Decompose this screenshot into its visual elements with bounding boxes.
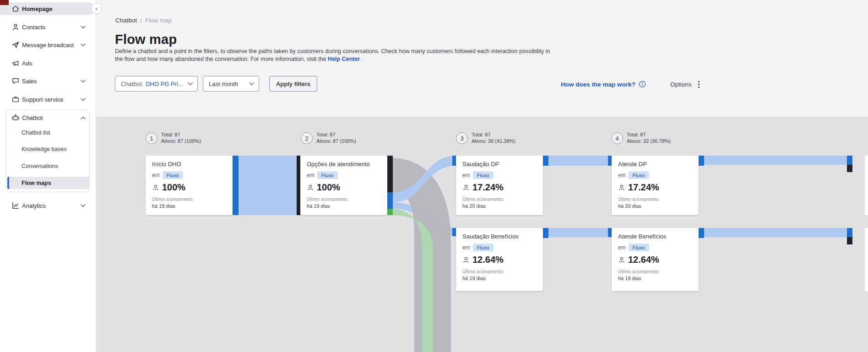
sidebar-collapse-button[interactable]: ‹	[91, 3, 102, 14]
last-trigger-value: há 20 dias	[462, 203, 537, 209]
sidebar-item-label: Message broadcast	[22, 42, 74, 49]
chevron-down-icon	[81, 80, 86, 83]
last-trigger-label: Último acionamento:	[152, 197, 226, 202]
column-number-badge: 4	[611, 132, 623, 144]
sidebar-item-support-service[interactable]: Support service	[0, 93, 93, 105]
last-trigger-value: há 19 dias	[462, 276, 537, 281]
column-actives: Ativos: 32 (36.78%)	[627, 138, 671, 145]
sidebar-subitem-knowledge-bases[interactable]: Knowledge bases	[0, 143, 93, 155]
sidebar-item-contacts[interactable]: Contacts	[0, 21, 93, 33]
sankey-node-bar	[543, 156, 548, 166]
flow-card-opcoes-de-atendimento[interactable]: Opções de atendimento emFluxo 100% Últim…	[300, 156, 387, 215]
person-icon	[307, 184, 314, 191]
period-select[interactable]: Last month	[203, 76, 259, 92]
chevron-down-icon	[81, 43, 86, 47]
flow-percent: 100%	[317, 182, 340, 193]
page-description: Define a chatbot and a point in the filt…	[115, 48, 550, 63]
megaphone-icon	[11, 59, 20, 67]
chevron-down-icon	[81, 98, 86, 101]
sankey-node-bar	[297, 156, 300, 215]
sidebar-item-label: Chatbot	[22, 114, 43, 121]
options-menu[interactable]: Options	[670, 81, 700, 88]
sankey-node-bar	[847, 165, 852, 172]
last-trigger-value: há 19 dias	[618, 276, 692, 281]
support-box-icon	[11, 95, 20, 103]
chatbot-select[interactable]: Chatbot: DHO PG Pri...	[115, 76, 198, 92]
column-total: Total: 87	[316, 132, 356, 138]
sidebar-subitem-chatbot-list[interactable]: Chatbot list	[0, 127, 93, 139]
sankey-node-bar	[847, 156, 852, 165]
apply-filters-button[interactable]: Apply filters	[269, 76, 317, 92]
person-icon	[462, 184, 470, 191]
last-trigger-value: há 19 dias	[152, 203, 226, 209]
sidebar-subitem-flow-maps[interactable]: Flow maps	[7, 177, 90, 189]
breadcrumb: Chatbot/Flow map	[115, 17, 172, 24]
sankey-node-bar	[543, 228, 548, 238]
sidebar-item-label: Analytics	[22, 202, 46, 209]
person-icon	[618, 256, 625, 264]
sankey-node-bar	[608, 228, 612, 237]
person-icon	[152, 184, 159, 191]
column-stats: Total: 87 Ativos: 32 (36.78%)	[627, 132, 671, 144]
next-column-card-sliver	[865, 228, 868, 291]
sankey-ribbon	[239, 156, 300, 215]
sidebar-item-homepage[interactable]: Homepage	[0, 2, 93, 15]
sankey-node-bar	[847, 228, 852, 237]
description-line-1: Define a chatbot and a point in the filt…	[115, 48, 550, 55]
flow-card-saudacao-dp[interactable]: Saudação DP emFluxo 17.24% Último aciona…	[456, 156, 543, 215]
sankey-node-bar	[387, 192, 393, 202]
sankey-ribbon	[548, 156, 608, 166]
chevron-down-icon	[246, 82, 254, 86]
map-help-label: How does the map work?	[561, 81, 635, 88]
flow-type-badge: Fluxo	[473, 244, 494, 251]
sankey-ribbon-abandoned	[393, 158, 451, 352]
kebab-menu-icon[interactable]	[698, 81, 700, 88]
last-trigger-label: Último acionamento:	[307, 197, 381, 202]
sidebar-item-label: Sales	[22, 78, 37, 85]
sidebar-item-sales[interactable]: Sales	[0, 75, 93, 87]
app-root: Homepage Contacts Message broadcast Ads	[0, 0, 868, 352]
options-label: Options	[670, 81, 692, 88]
sidebar-item-analytics[interactable]: Analytics	[0, 200, 93, 211]
sankey-node-bar	[387, 209, 393, 215]
flow-card-atende-beneficios[interactable]: Atende Benefícios emFluxo 12.64% Último …	[612, 228, 699, 291]
help-center-link[interactable]: Help Center	[328, 56, 360, 62]
sankey-node-bar	[452, 156, 456, 166]
sankey-node-bar	[387, 202, 393, 209]
last-trigger-label: Último acionamento:	[618, 269, 692, 274]
sidebar-item-message-broadcast[interactable]: Message broadcast	[0, 39, 93, 51]
breadcrumb-parent[interactable]: Chatbot	[115, 17, 137, 24]
description-line-2: the flow and how many abandoned the conv…	[115, 55, 550, 63]
sankey-ribbon	[393, 209, 433, 352]
flow-type-badge: Fluxo	[163, 171, 183, 179]
chatbot-select-label: Chatbot:	[121, 81, 143, 87]
context-label: em	[618, 172, 626, 179]
chatbot-select-value: DHO PG Pri...	[146, 81, 183, 87]
window-accent-bar	[0, 0, 9, 5]
map-help-link[interactable]: How does the map work?	[561, 81, 646, 88]
info-icon[interactable]	[639, 81, 646, 88]
sidebar-subitem-label: Flow maps	[22, 180, 51, 186]
chevron-down-icon	[81, 204, 86, 207]
flow-percent: 12.64%	[628, 255, 659, 265]
column-number: 2	[305, 135, 308, 142]
context-label: em	[618, 244, 626, 251]
sankey-ribbon	[548, 228, 608, 237]
sidebar-subitem-conversations[interactable]: Conversations	[0, 160, 93, 172]
flow-card-title: Início DHO	[152, 161, 226, 168]
flow-card-saudacao-beneficios[interactable]: Saudação Benefícios emFluxo 12.64% Últim…	[456, 228, 543, 291]
description-line-2-text: the flow and how many abandoned the conv…	[115, 56, 326, 62]
main-content: Chatbot/Flow map Flow map Define a chatb…	[96, 0, 868, 352]
breadcrumb-separator: /	[140, 17, 142, 24]
context-label: em	[307, 172, 315, 179]
flow-card-inicio-dho[interactable]: Início DHO emFluxo 100% Último acionamen…	[146, 156, 233, 215]
flow-card-atende-dp[interactable]: Atende DP emFluxo 17.24% Último acioname…	[612, 156, 699, 215]
next-column-card-sliver	[865, 156, 868, 215]
sidebar-item-chatbot[interactable]: Chatbot	[0, 112, 93, 124]
person-icon	[618, 184, 625, 191]
sidebar-item-ads[interactable]: Ads	[0, 57, 93, 69]
flow-type-badge: Fluxo	[629, 171, 649, 179]
page-title: Flow map	[115, 32, 177, 47]
column-total: Total: 87	[627, 132, 671, 138]
column-total: Total: 87	[161, 132, 201, 138]
